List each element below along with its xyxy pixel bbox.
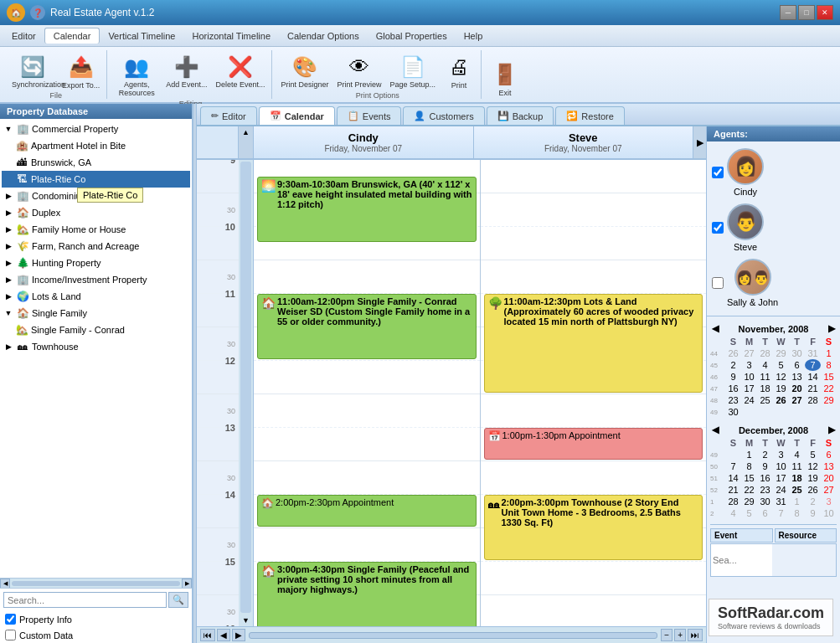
nov-26b[interactable]: 26 bbox=[773, 394, 789, 406]
tab-customers[interactable]: 👤 Customers bbox=[403, 106, 484, 125]
event-s2[interactable]: 📅 1:00pm-1:30pm Appointment bbox=[484, 428, 703, 460]
nov-10[interactable]: 10 bbox=[741, 371, 757, 383]
h-scroll-bar[interactable] bbox=[249, 632, 657, 639]
tab-events[interactable]: 📋 Events bbox=[337, 106, 402, 125]
dec-20[interactable]: 20 bbox=[821, 472, 837, 484]
nov-11[interactable]: 11 bbox=[757, 371, 773, 383]
steve-checkbox[interactable] bbox=[712, 222, 724, 234]
dec-19[interactable]: 19 bbox=[805, 472, 821, 484]
custom-data-checkbox[interactable] bbox=[5, 630, 16, 640]
dec-prev[interactable]: ◀ bbox=[712, 424, 719, 435]
dec-18[interactable]: 18 bbox=[789, 472, 805, 484]
nov-21[interactable]: 21 bbox=[805, 383, 821, 394]
event-search-input[interactable] bbox=[711, 544, 772, 576]
menu-global-properties[interactable]: Global Properties bbox=[368, 28, 456, 44]
dec-10[interactable]: 10 bbox=[773, 460, 789, 472]
scroll-left-btn[interactable]: ◀ bbox=[0, 579, 10, 589]
dec-j4[interactable]: 4 bbox=[725, 507, 741, 519]
dec-3[interactable]: 3 bbox=[773, 449, 789, 460]
dec-14[interactable]: 14 bbox=[725, 472, 741, 484]
nov-12[interactable]: 12 bbox=[773, 371, 789, 383]
tree-item-family-home[interactable]: ▶ 🏡 Family Home or House bbox=[2, 221, 190, 238]
cal-vert-scroll[interactable]: ▲ bbox=[239, 126, 254, 158]
event-c2[interactable]: 🏠 11:00am-12:00pm Single Family - Conrad… bbox=[257, 294, 477, 359]
print-preview-button[interactable]: 👁 Print Preview bbox=[333, 52, 384, 91]
nov-4[interactable]: 4 bbox=[757, 359, 773, 371]
dec-6[interactable]: 6 bbox=[821, 449, 837, 460]
dec-12[interactable]: 12 bbox=[805, 460, 821, 472]
nov-14[interactable]: 14 bbox=[805, 371, 821, 383]
tree-item-apartment[interactable]: 🏨 Apartment Hotel in Bite bbox=[2, 137, 190, 154]
nov-25[interactable]: 25 bbox=[757, 394, 773, 406]
nov-8[interactable]: 8 bbox=[821, 359, 837, 371]
nov-2[interactable]: 2 bbox=[725, 359, 741, 371]
dec-16[interactable]: 16 bbox=[757, 472, 773, 484]
h-scroll-track[interactable] bbox=[12, 581, 180, 586]
nov-27b[interactable]: 27 bbox=[789, 394, 805, 406]
tree-item-commercial[interactable]: ▼ 🏢 Commercial Property bbox=[2, 121, 190, 137]
dec-29[interactable]: 29 bbox=[741, 496, 757, 507]
dec-j5[interactable]: 5 bbox=[741, 507, 757, 519]
property-info-checkbox[interactable] bbox=[5, 614, 16, 625]
nov-3[interactable]: 3 bbox=[741, 359, 757, 371]
dec-j8[interactable]: 8 bbox=[789, 507, 805, 519]
dec-30[interactable]: 30 bbox=[757, 496, 773, 507]
nov-29b[interactable]: 29 bbox=[821, 394, 837, 406]
nov-27[interactable]: 27 bbox=[741, 347, 757, 359]
tab-editor[interactable]: ✏ Editor bbox=[200, 106, 257, 125]
dec-27[interactable]: 27 bbox=[821, 484, 837, 496]
maximize-button[interactable]: □ bbox=[798, 5, 815, 20]
tree-item-single-family[interactable]: ▼ 🏠 Single Family bbox=[2, 305, 190, 322]
event-s1[interactable]: 🌳 11:00am-12:30pm Lots & Land (Approxima… bbox=[484, 294, 703, 393]
dec-j10[interactable]: 10 bbox=[821, 507, 837, 519]
sync-button[interactable]: 🔄 Synchronization bbox=[8, 52, 57, 91]
title-bar-controls[interactable]: ─ □ ✕ bbox=[780, 5, 833, 20]
nov-23[interactable]: 23 bbox=[725, 394, 741, 406]
nov-13[interactable]: 13 bbox=[789, 371, 805, 383]
dec-j6[interactable]: 6 bbox=[757, 507, 773, 519]
nov-24[interactable]: 24 bbox=[741, 394, 757, 406]
event-c1[interactable]: 🌅 9:30am-10:30am Brunswick, GA (40' x 11… bbox=[257, 177, 477, 242]
nov-20[interactable]: 20 bbox=[789, 383, 805, 394]
nav-next[interactable]: ▶ bbox=[232, 629, 245, 641]
nov-5[interactable]: 5 bbox=[773, 359, 789, 371]
page-setup-button[interactable]: 📄 Page Setup... bbox=[386, 52, 439, 91]
menu-help[interactable]: Help bbox=[456, 28, 492, 44]
menu-vertical-timeline[interactable]: Vertical Timeline bbox=[100, 28, 183, 44]
dec-next[interactable]: ▶ bbox=[828, 424, 835, 435]
nov-26[interactable]: 26 bbox=[725, 347, 741, 359]
sally-checkbox[interactable] bbox=[712, 277, 724, 289]
nov-7-today[interactable]: 7 bbox=[805, 359, 821, 371]
event-c4[interactable]: 🏠 3:00pm-4:30pm Single Family (Peaceful … bbox=[257, 562, 477, 626]
scroll-right-cal[interactable]: ▶ bbox=[693, 126, 706, 158]
dec-2[interactable]: 2 bbox=[757, 449, 773, 460]
nov-18[interactable]: 18 bbox=[757, 383, 773, 394]
tree-item-sf-conrad[interactable]: 🏡 Single Family - Conrad bbox=[2, 322, 190, 338]
tree-item-income[interactable]: ▶ 🏢 Income/Investment Property bbox=[2, 271, 190, 288]
dec-j9[interactable]: 9 bbox=[805, 507, 821, 519]
nov-30o[interactable]: 30 bbox=[789, 347, 805, 359]
dec-9[interactable]: 9 bbox=[757, 460, 773, 472]
nav-prev[interactable]: ◀ bbox=[217, 629, 230, 641]
tree-item-duplex[interactable]: ▶ 🏠 Duplex bbox=[2, 204, 190, 221]
tree-item-brunswick[interactable]: 🏙 Brunswick, GA bbox=[2, 154, 190, 171]
dec-j3[interactable]: 3 bbox=[821, 496, 837, 507]
menu-calendar-options[interactable]: Calendar Options bbox=[279, 28, 368, 44]
tree-item-hunting[interactable]: ▶ 🌲 Hunting Property bbox=[2, 255, 190, 271]
agents-button[interactable]: 👥 Agents, Resources bbox=[112, 52, 161, 100]
dec-8[interactable]: 8 bbox=[741, 460, 757, 472]
tree-h-scroll[interactable]: ◀ ▶ bbox=[0, 578, 192, 588]
dec-j7[interactable]: 7 bbox=[773, 507, 789, 519]
export-button[interactable]: 📤 Export To... bbox=[59, 52, 103, 91]
delete-event-button[interactable]: ❌ Delete Event... bbox=[212, 52, 268, 91]
close-button[interactable]: ✕ bbox=[817, 5, 833, 20]
nov-next[interactable]: ▶ bbox=[828, 323, 835, 334]
tab-restore[interactable]: 🔁 Restore bbox=[555, 106, 625, 125]
nov-29[interactable]: 29 bbox=[773, 347, 789, 359]
event-c3[interactable]: 🏠 2:00pm-2:30pm Appointment bbox=[257, 495, 477, 527]
tab-backup[interactable]: 💾 Backup bbox=[487, 106, 554, 125]
tree-item-plate-rtie[interactable]: 🏗 Plate-Rtie Co bbox=[2, 171, 190, 188]
dec-4[interactable]: 4 bbox=[789, 449, 805, 460]
dec-13[interactable]: 13 bbox=[821, 460, 837, 472]
dec-21[interactable]: 21 bbox=[725, 484, 741, 496]
